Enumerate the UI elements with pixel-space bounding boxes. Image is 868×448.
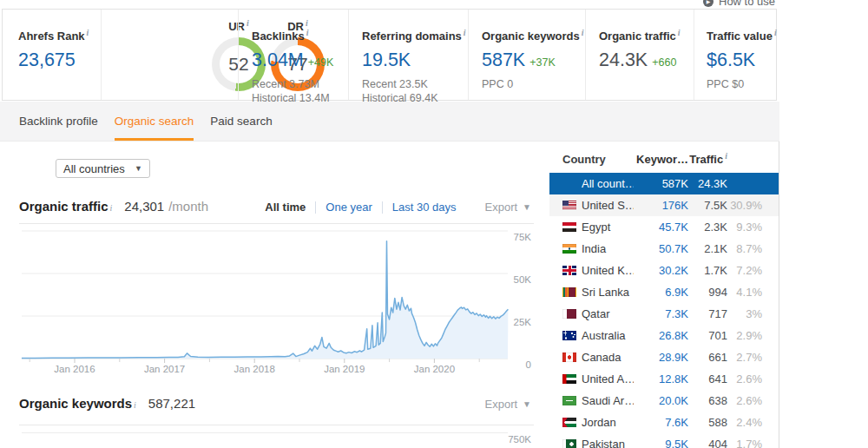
traffic-value-value[interactable]: $6.5K: [707, 49, 755, 71]
country-cell: Australia: [549, 329, 634, 342]
export-button[interactable]: Export ▼: [485, 398, 531, 411]
country-label: Sri Lanka: [582, 286, 629, 299]
country-column-header[interactable]: Country: [549, 153, 634, 166]
country-cell: Saudi Ar…: [549, 394, 634, 407]
qa-flag-icon: [562, 309, 576, 319]
export-button[interactable]: Export ▼: [485, 201, 531, 214]
keywords-count-link[interactable]: 45.7K: [634, 221, 688, 234]
country-row-saudi-ar-[interactable]: Saudi Ar…20.0K6382.6%: [549, 390, 779, 412]
country-row-united-k-[interactable]: United K…30.2K1.7K7.2%: [549, 260, 779, 281]
country-row-canada[interactable]: Canada28.9K6612.7%: [549, 346, 779, 368]
date-range-filters: All timeOne yearLast 30 days Export ▼: [265, 201, 531, 214]
svg-text:0: 0: [526, 359, 531, 370]
country-cell: United S…: [549, 199, 634, 212]
traffic-value: 2.3K: [688, 221, 727, 234]
country-row-all-count-[interactable]: All count…587K24.3K: [549, 173, 779, 194]
keywords-count-link[interactable]: 20.0K: [634, 394, 688, 407]
keywords-count-link[interactable]: 587K: [634, 177, 688, 190]
chevron-down-icon: ▼: [523, 399, 531, 409]
keywords-count-link[interactable]: 7.6K: [634, 416, 688, 429]
traffic-value: 661: [688, 351, 727, 364]
keywords-count-link[interactable]: 176K: [634, 199, 688, 212]
au-flag-icon: [562, 331, 576, 340]
pk-flag-icon: [562, 439, 576, 448]
traffic-value: 717: [688, 307, 727, 320]
country-row-india[interactable]: India50.7K2.1K8.7%: [549, 238, 779, 260]
how-to-use-link[interactable]: ▶ How to use: [703, 0, 775, 8]
keywords-ppc: PPC 0: [482, 77, 578, 91]
keywords-column-header[interactable]: Keywor…: [634, 153, 688, 166]
tab-organic-search[interactable]: Organic search: [115, 102, 194, 141]
keywords-count-link[interactable]: 50.7K: [634, 242, 688, 255]
traffic-value: 641: [688, 372, 727, 385]
metric-label: Ahrefs Rank: [18, 30, 85, 43]
country-row-egypt[interactable]: Egypt45.7K2.3K9.3%: [549, 216, 779, 238]
country-row-pakistan[interactable]: Pakistan9.5K4041.7%: [549, 433, 779, 448]
chevron-down-icon: ▼: [523, 202, 531, 212]
in-flag-icon: [562, 244, 576, 254]
ahrefs-site-explorer-page: ▶ How to use Ahrefs Ranki 23,675 URi 52 …: [0, 0, 868, 448]
keywords-count-link[interactable]: 6.9K: [634, 286, 688, 299]
ahrefs-rank-value[interactable]: 23,675: [18, 49, 94, 71]
country-row-united-s-[interactable]: United S…176K7.5K30.9%: [549, 194, 779, 216]
tab-backlink-profile[interactable]: Backlink profile: [19, 102, 98, 141]
referring-domains-value[interactable]: 19.5K: [362, 49, 411, 71]
svg-text:Jan 2020: Jan 2020: [414, 364, 455, 374]
country-cell: Sri Lanka: [549, 286, 634, 299]
countries-table: Country Keywor… Traffici All count…587K2…: [549, 142, 779, 448]
keywords-count-link[interactable]: 30.2K: [634, 264, 688, 277]
keywords-count-link[interactable]: 12.8K: [634, 372, 688, 385]
traffic-value: 24.3K: [688, 177, 727, 190]
traffic-per-month-suffix: /month: [168, 199, 208, 214]
country-row-jordan[interactable]: Jordan7.6K5882.4%: [549, 412, 779, 433]
keywords-count-link[interactable]: 9.5K: [634, 438, 688, 448]
traffic-column-header[interactable]: Traffici: [688, 151, 727, 166]
export-label: Export: [485, 398, 518, 411]
keywords-count-link[interactable]: 28.9K: [634, 351, 688, 364]
metric-ahrefs-rank: Ahrefs Ranki 23,675: [3, 10, 101, 100]
svg-text:Jan 2016: Jan 2016: [54, 364, 95, 374]
tab-bar: Backlink profileOrganic searchPaid searc…: [0, 102, 779, 142]
range-all-time[interactable]: All time: [265, 201, 315, 214]
traffic-percent: 2.4%: [727, 416, 762, 429]
keywords-count-link[interactable]: 7.3K: [634, 307, 688, 320]
traffic-per-month-value: 24,301: [124, 199, 164, 214]
metric-organic-traffic: Organic traffici 24.3K+660: [585, 10, 694, 100]
country-cell: Qatar: [549, 307, 634, 320]
country-label: All count…: [582, 177, 634, 190]
how-to-use-label: How to use: [719, 0, 775, 8]
range-last-30-days[interactable]: Last 30 days: [383, 201, 466, 214]
countries-table-body: All count…587K24.3KUnited S…176K7.5K30.9…: [549, 173, 779, 448]
organic-traffic-section-header: Organic traffici 24,301 /month: [19, 199, 208, 214]
backlinks-value[interactable]: 3.04M: [252, 49, 304, 71]
country-label: Jordan: [582, 416, 616, 429]
backlinks-delta: +49K: [308, 56, 334, 69]
country-filter-select[interactable]: All countries ▼: [56, 159, 150, 178]
tab-paid-search[interactable]: Paid search: [210, 102, 272, 141]
metric-referring-domains: Referring domainsi 19.5K Recent 23.5K Hi…: [348, 10, 468, 100]
organic-search-panel: All countries ▼ Organic traffici 24,301 …: [0, 142, 538, 448]
country-row-australia[interactable]: Australia26.8K7012.9%: [549, 325, 779, 346]
organic-traffic-value: 24.3K: [599, 49, 648, 71]
traffic-percent: 9.3%: [727, 221, 762, 234]
info-icon: i: [110, 203, 113, 213]
traffic-value: 404: [688, 438, 727, 448]
range-one-year[interactable]: One year: [316, 201, 381, 214]
sa-flag-icon: [562, 396, 576, 405]
metric-label: Traffic value: [707, 30, 773, 43]
info-icon: i: [582, 28, 584, 37]
country-cell: All count…: [549, 177, 634, 190]
traffic-value: 1.7K: [688, 264, 727, 277]
traffic-percent: 8.7%: [727, 242, 762, 255]
country-row-qatar[interactable]: Qatar7.3K7173%: [549, 303, 779, 325]
keywords-count-link[interactable]: 26.8K: [634, 329, 688, 342]
traffic-percent: 2.7%: [727, 351, 762, 364]
traffic-percent: 7.2%: [727, 264, 762, 277]
organic-keywords-value[interactable]: 587K: [482, 49, 525, 71]
country-cell: Egypt: [549, 221, 634, 234]
metric-label: Organic traffic: [599, 30, 676, 43]
country-row-united-a-[interactable]: United A…12.8K6412.6%: [549, 368, 779, 390]
country-row-sri-lanka[interactable]: Sri Lanka6.9K9944.1%: [549, 281, 779, 303]
export-label: Export: [485, 201, 518, 214]
keywords-chart-axis-label: 750K: [469, 434, 531, 445]
